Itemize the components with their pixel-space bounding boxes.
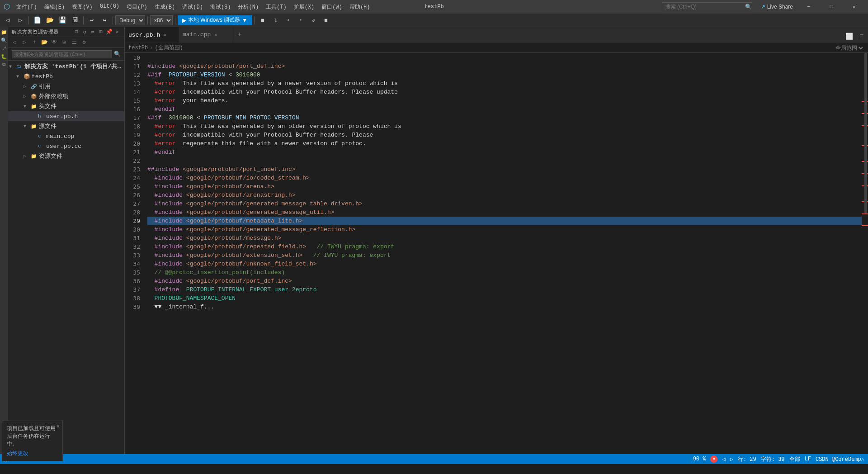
- status-nav-forward[interactable]: ▷: [730, 456, 733, 463]
- close-button[interactable]: ✕: [844, 0, 864, 14]
- tree-item-solution[interactable]: ▼ 🗂 解决方案 'testPb'(1 个项目/共 1 个): [8, 62, 124, 71]
- filter-btn[interactable]: ⊞: [97, 28, 104, 36]
- collapse-all-btn[interactable]: ⊟: [73, 28, 80, 36]
- scope-dropdown[interactable]: 全局范围: [834, 44, 864, 52]
- refresh-btn[interactable]: ↺: [81, 28, 88, 36]
- activity-search[interactable]: 🔍: [1, 37, 7, 43]
- tab-user-pb-h-close[interactable]: ✕: [163, 32, 167, 38]
- menu-view[interactable]: 视图(V): [68, 2, 96, 12]
- maximize-button[interactable]: □: [821, 0, 842, 14]
- notification-close-btn[interactable]: ✕: [57, 423, 60, 430]
- tree-item-source-files[interactable]: ▼ 📁 源文件: [8, 121, 124, 131]
- open-folder-btn[interactable]: 📂: [40, 38, 49, 47]
- tree-item-user-pb-h[interactable]: h user.pb.h: [8, 111, 124, 121]
- menu-project[interactable]: 项目(P): [123, 2, 151, 12]
- vscrollbar[interactable]: [862, 53, 868, 454]
- tab-split-btn[interactable]: ⬜: [843, 30, 855, 43]
- menu-edit[interactable]: 编辑(E): [41, 2, 69, 12]
- menu-tools[interactable]: 工具(T): [262, 2, 290, 12]
- tree-item-external-deps[interactable]: ▷ 📦 外部依赖项: [8, 91, 124, 101]
- status-zoom[interactable]: 90 %: [693, 456, 706, 462]
- error-indicator: ●: [710, 455, 717, 463]
- tree-item-headers[interactable]: ▼ 📁 头文件: [8, 101, 124, 111]
- code-line-31: #include <google/protobuf/message.h>: [147, 234, 862, 242]
- menu-debug[interactable]: 调试(D): [179, 2, 207, 12]
- tab-more-btn[interactable]: ≡: [855, 30, 868, 43]
- tree-item-resources[interactable]: ▷ 📁 资源文件: [8, 151, 124, 161]
- breadcrumb-project[interactable]: testPb: [128, 45, 148, 51]
- code-content[interactable]: #include <google/protobuf/port_def.inc> …: [144, 53, 862, 454]
- tree-item-main-cpp[interactable]: c main.cpp: [8, 131, 124, 141]
- tree-item-project[interactable]: ▼ 📦 testPb: [8, 71, 124, 81]
- filter-solution-btn[interactable]: ⊞: [60, 38, 69, 47]
- toggle-view-btn[interactable]: ☰: [70, 38, 79, 47]
- menu-analyze[interactable]: 分析(N): [234, 2, 262, 12]
- back-nav-btn[interactable]: ◁: [10, 38, 19, 47]
- ln-38: 38: [127, 294, 140, 303]
- menu-git[interactable]: Git(G): [96, 2, 123, 12]
- menu-build[interactable]: 生成(B): [151, 2, 179, 12]
- breadcrumb: testPb › (全局范围) 全局范围: [125, 43, 868, 53]
- minimize-button[interactable]: ─: [798, 0, 819, 14]
- redo-btn[interactable]: ↪: [99, 14, 110, 26]
- restart-btn[interactable]: ↺: [307, 14, 319, 26]
- status-cursor-col[interactable]: 字符: 39: [761, 455, 785, 463]
- save-all-btn[interactable]: 🖫: [69, 14, 81, 26]
- tab-user-pb-h[interactable]: user.pb.h ✕: [125, 27, 179, 43]
- forward-btn[interactable]: ▷: [14, 14, 26, 26]
- status-encoding[interactable]: LF: [805, 456, 811, 462]
- more-btn[interactable]: ✕: [113, 28, 121, 36]
- vscroll-thumb[interactable]: [864, 53, 867, 213]
- stop-btn[interactable]: ⏹: [320, 14, 332, 26]
- menu-help[interactable]: 帮助(H): [346, 2, 374, 12]
- status-right: 90 % ● ◁ ▷ 行: 29 字符: 39 全部 LF CSDN @Core…: [693, 455, 864, 463]
- open-file-btn[interactable]: 📂: [44, 14, 56, 26]
- settings-btn[interactable]: ⚙: [80, 38, 89, 47]
- menu-file[interactable]: 文件(F): [13, 2, 41, 12]
- step-into-btn[interactable]: ⬇: [282, 14, 294, 26]
- new-file-btn[interactable]: 📄: [31, 14, 43, 26]
- line-numbers: 10 11 12 13 14 15 16 17 18 19 20 21 22 2…: [125, 53, 144, 454]
- undo-btn[interactable]: ↩: [86, 14, 98, 26]
- scroll-error-9: [862, 213, 868, 214]
- live-share-button[interactable]: ↗ Live Share: [757, 1, 797, 12]
- notification-link[interactable]: 始终更改: [7, 450, 58, 457]
- breadcrumb-scope[interactable]: (全局范围): [155, 44, 183, 52]
- title-search-input[interactable]: [662, 2, 752, 11]
- menu-test[interactable]: 测试(S): [207, 2, 235, 12]
- step-out-btn[interactable]: ⬆: [295, 14, 307, 26]
- activity-git[interactable]: ⎇: [1, 45, 7, 52]
- notification-body: 后台任务仍在运行中。: [7, 432, 58, 448]
- code-line-17: ##if 3016000 < PROTOBUF_MIN_PROTOC_VERSI…: [147, 114, 862, 122]
- activity-extensions[interactable]: ⧉: [1, 62, 7, 68]
- tab-main-cpp-close[interactable]: ✕: [213, 32, 218, 38]
- pin-btn[interactable]: 📌: [105, 28, 113, 36]
- ln-33: 33: [127, 251, 140, 260]
- solution-search-input[interactable]: [12, 50, 112, 58]
- breakpoint-btn[interactable]: ⏹: [257, 14, 269, 26]
- step-over-btn[interactable]: ⤵: [269, 14, 281, 26]
- status-cursor-line[interactable]: 行: 29: [738, 455, 756, 463]
- breadcrumb-sep: ›: [150, 45, 153, 51]
- tab-main-cpp[interactable]: main.cpp ✕: [179, 27, 233, 43]
- show-all-btn[interactable]: 👁: [50, 38, 59, 47]
- run-debugger-button[interactable]: ▶ 本地 Windows 调试器 ▼: [178, 15, 252, 25]
- add-tab-button[interactable]: +: [233, 27, 246, 43]
- ln-23: 23: [127, 165, 140, 174]
- code-line-13: #error This file was generated by a newe…: [147, 79, 862, 88]
- platform-dropdown[interactable]: x86: [150, 15, 173, 25]
- back-btn[interactable]: ◁: [2, 14, 14, 26]
- status-nav-back[interactable]: ◁: [722, 456, 725, 463]
- activity-debug[interactable]: 🐛: [1, 53, 7, 60]
- menu-window[interactable]: 窗口(W): [318, 2, 346, 12]
- debug-config-dropdown[interactable]: Debug: [115, 15, 145, 25]
- code-line-16: #endif: [147, 105, 862, 114]
- new-solution-btn[interactable]: +: [30, 38, 39, 47]
- tree-item-references[interactable]: ▷ 🔗 引用: [8, 81, 124, 91]
- activity-explorer[interactable]: 📁: [1, 29, 7, 35]
- menu-extensions[interactable]: 扩展(X): [290, 2, 318, 12]
- sync-btn[interactable]: ⇄: [89, 28, 96, 36]
- forward-nav-btn[interactable]: ▷: [20, 38, 29, 47]
- tree-item-user-pb-cc[interactable]: c user.pb.cc: [8, 141, 124, 151]
- save-btn[interactable]: 💾: [57, 14, 68, 26]
